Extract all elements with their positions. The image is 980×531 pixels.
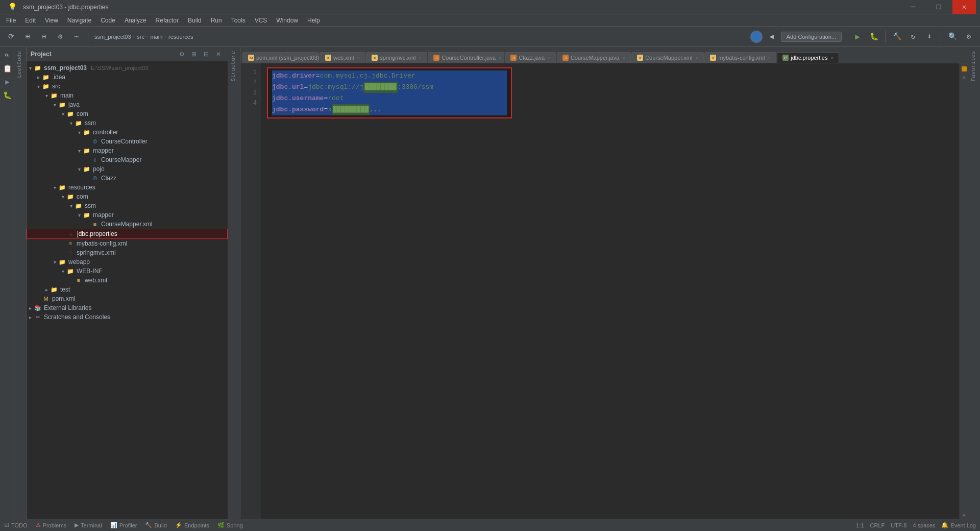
tab-CourseMapper[interactable]: J CourseMapper.java × — [557, 52, 631, 63]
tree-item-pojo[interactable]: ▾ 📁 pojo — [27, 164, 228, 174]
breadcrumb-item-project[interactable]: ssm_project03 — [94, 34, 131, 40]
tree-item-WEB-INF[interactable]: ▾ 📁 WEB-INF — [27, 267, 228, 276]
tree-item-java[interactable]: ▾ 📁 java — [27, 100, 228, 109]
user-avatar[interactable]: 👤 — [750, 31, 763, 43]
tree-item-main[interactable]: ▾ 📁 main — [27, 91, 228, 100]
menu-run[interactable]: Run — [207, 16, 226, 25]
tab-close-btn[interactable]: × — [622, 55, 625, 61]
toolbar-back-btn[interactable]: ◀ — [765, 30, 779, 44]
endpoints-btn[interactable]: ⚡ Endpoints — [175, 522, 209, 528]
toolbar-sync-btn[interactable]: ⟳ — [4, 30, 18, 44]
close-button[interactable]: ✕ — [952, 0, 976, 14]
build-btn[interactable]: 🔨 — [890, 30, 904, 44]
tree-item-ssm_project03[interactable]: ▾ 📁 ssm_project03 E:\SSM\ssm_project03 — [27, 63, 228, 73]
tab-close-btn[interactable]: × — [695, 55, 698, 61]
spring-btn[interactable]: 🌿 Spring — [217, 522, 243, 528]
settings-btn[interactable]: ⚙ — [962, 30, 976, 44]
tree-item-mapper[interactable]: ▾ 📁 mapper — [27, 146, 228, 155]
tab-web-xml[interactable]: X web.xml × — [320, 52, 365, 63]
breadcrumb-item-resources[interactable]: resources — [168, 34, 193, 40]
structure-panel-label[interactable]: Structure — [228, 47, 240, 85]
tree-item-controller[interactable]: ▾ 📁 controller — [27, 128, 228, 137]
panel-settings-btn[interactable]: ⚙ — [177, 49, 187, 59]
line-separator[interactable]: CRLF — [870, 522, 885, 528]
search-everywhere-btn[interactable]: 🔍 — [945, 30, 960, 44]
tab-close-btn[interactable]: × — [830, 55, 834, 61]
tree-item-mapper-res[interactable]: ▾ 📁 mapper — [27, 210, 228, 220]
tree-item-com-res[interactable]: ▾ 📁 com — [27, 192, 228, 201]
run-panel-toggle[interactable]: ▶ — [1, 76, 13, 88]
tree-item-scratches[interactable]: ▸ ✏ Scratches and Consoles — [27, 312, 228, 322]
menu-build[interactable]: Build — [184, 16, 206, 25]
todo-btn[interactable]: ☑ TODO — [4, 522, 28, 528]
breadcrumb-item-main[interactable]: main — [151, 34, 163, 40]
tab-CourseController[interactable]: J CourseController.java × — [428, 52, 504, 63]
encoding[interactable]: UTF-8 — [891, 522, 906, 528]
tab-close-btn[interactable]: × — [357, 55, 360, 61]
tab-CourseMapper-xml[interactable]: X CourseMapper.xml × — [631, 52, 704, 63]
tab-jdbc-properties[interactable]: P jdbc.properties × — [777, 52, 839, 63]
scroll-down-btn[interactable]: ▼ — [962, 513, 965, 519]
tree-item-ssm-res[interactable]: ▾ 📁 ssm — [27, 201, 228, 210]
update-btn[interactable]: ↻ — [906, 30, 920, 44]
breadcrumb-item-src[interactable]: src — [137, 34, 144, 40]
tree-item-resources[interactable]: ▾ 📁 resources — [27, 183, 228, 192]
code-editor[interactable]: jdbc.driver=com.mysql.cj.jdbc.Driver jdb… — [261, 63, 960, 519]
tree-item-springmvc-xml[interactable]: ▸ ≡ springmvc.xml — [27, 248, 228, 257]
menu-help[interactable]: Help — [303, 16, 324, 25]
menu-edit[interactable]: Edit — [21, 16, 40, 25]
tree-item-ssm[interactable]: ▾ 📁 ssm — [27, 118, 228, 128]
scroll-up-btn[interactable]: ▲ — [962, 75, 965, 80]
menu-view[interactable]: View — [41, 16, 62, 25]
tree-item-idea[interactable]: ▸ 📁 .idea — [27, 73, 228, 82]
project-panel-toggle[interactable]: P — [1, 49, 13, 61]
favorites-panel-label[interactable]: Favorites — [968, 47, 980, 85]
debug-panel-toggle[interactable]: 🐛 — [1, 89, 13, 101]
menu-file[interactable]: File — [2, 16, 20, 25]
menu-refactor[interactable]: Refactor — [152, 16, 183, 25]
add-configuration-button[interactable]: Add Configuration... — [781, 32, 842, 42]
menu-window[interactable]: Window — [272, 16, 302, 25]
maximize-button[interactable]: □ — [927, 0, 950, 14]
tree-item-CourseMapper[interactable]: ▸ I CourseMapper — [27, 155, 228, 164]
tree-item-pom-xml[interactable]: ▸ M pom.xml — [27, 294, 228, 303]
tree-item-webapp[interactable]: ▾ 📁 webapp — [27, 257, 228, 267]
run-button[interactable]: ▶ — [850, 30, 865, 44]
tree-item-Clazz[interactable]: ▸ © Clazz — [27, 174, 228, 183]
tab-pom-xml[interactable]: M pom.xml (ssm_project03) × — [242, 52, 319, 63]
tree-item-external-libraries[interactable]: ▸ 📚 External Libraries — [27, 303, 228, 312]
terminal-btn[interactable]: ▶ Terminal — [75, 522, 102, 528]
indent-size[interactable]: 4 spaces — [913, 522, 935, 528]
tab-close-btn[interactable]: × — [499, 55, 502, 61]
menu-vcs[interactable]: VCS — [251, 16, 272, 25]
toolbar-expand-btn[interactable]: ⊞ — [20, 30, 35, 44]
problems-btn[interactable]: ⚠ Problems — [36, 522, 66, 528]
tab-Clazz[interactable]: J Clazz.java × — [505, 52, 556, 63]
debug-button[interactable]: 🐛 — [867, 30, 881, 44]
tree-item-jdbc-properties[interactable]: ▸ ≡ jdbc.properties — [27, 229, 228, 239]
tree-item-src[interactable]: ▾ 📁 src — [27, 82, 228, 91]
tab-mybatis-config[interactable]: X mybatis-config.xml × — [704, 52, 776, 63]
menu-navigate[interactable]: Navigate — [63, 16, 95, 25]
editor-content[interactable]: 1 2 3 4 jdbc.driver=com.mysql.cj.jdbc.Dr… — [240, 63, 960, 519]
tree-item-test[interactable]: ▸ 📁 test — [27, 285, 228, 294]
minimize-button[interactable]: ─ — [901, 0, 925, 14]
panel-collapse-btn[interactable]: ⊟ — [201, 49, 211, 59]
toolbar-collapse-btn[interactable]: ⊟ — [37, 30, 51, 44]
tree-item-CourseMapper-xml[interactable]: ▸ ≡ CourseMapper.xml — [27, 220, 228, 229]
tree-item-com[interactable]: ▾ 📁 com — [27, 109, 228, 118]
profiler-btn[interactable]: 📊 Profiler — [110, 522, 137, 528]
leetcode-panel-label[interactable]: LeetCode — [14, 47, 26, 82]
tab-close-btn[interactable]: × — [768, 55, 771, 61]
tab-close-btn[interactable]: × — [419, 55, 422, 61]
build-status-btn[interactable]: 🔨 Build — [145, 522, 166, 528]
panel-expand-btn[interactable]: ⊞ — [189, 49, 199, 59]
event-log-btn[interactable]: 🔔 Event Log — [941, 522, 976, 528]
panel-close-btn[interactable]: ✕ — [213, 49, 224, 59]
tab-springmvc-xml[interactable]: X springmvc.xml × — [366, 52, 427, 63]
toolbar-settings-btn[interactable]: ⚙ — [53, 30, 67, 44]
toolbar-more-btn[interactable]: ⋯ — [69, 30, 84, 44]
tree-item-web-xml[interactable]: ▸ ≡ web.xml — [27, 276, 228, 285]
deploy-btn[interactable]: ⬇ — [922, 30, 937, 44]
tab-close-btn[interactable]: × — [548, 55, 551, 61]
